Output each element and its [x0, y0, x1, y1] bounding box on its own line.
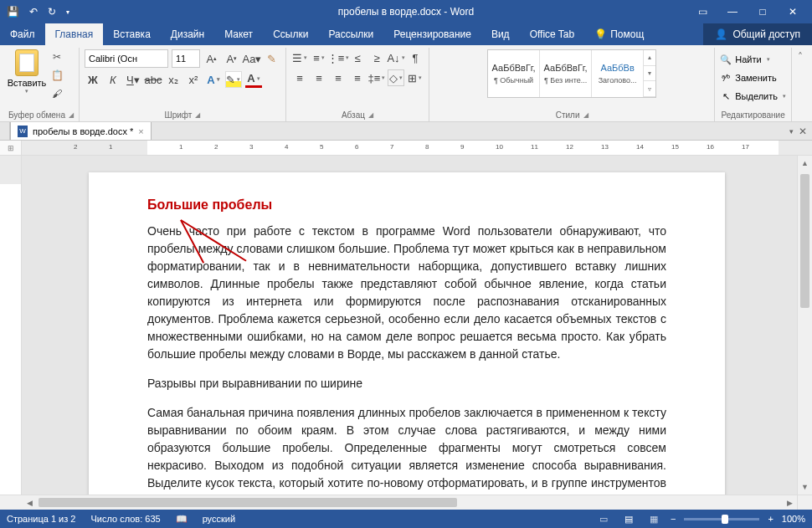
style-heading1[interactable]: АаБбВв Заголово...: [592, 50, 644, 97]
save-icon[interactable]: 💾: [7, 6, 19, 18]
tab-officetab[interactable]: Office Tab: [520, 23, 585, 45]
font-dialog-launcher[interactable]: ◢: [195, 111, 200, 119]
horizontal-scrollbar[interactable]: ◀ ▶: [22, 495, 797, 510]
tab-close-icon[interactable]: ×: [138, 126, 143, 136]
text-effects-button[interactable]: A: [205, 71, 222, 88]
bullets-button[interactable]: ☰: [291, 49, 308, 66]
tab-view[interactable]: Вид: [481, 23, 520, 45]
group-editing: 🔍Найти▾ ᵃ⁄ᵇЗаменить ↖Выделить▾ Редактиро…: [715, 48, 792, 121]
read-mode-icon[interactable]: ▭: [595, 512, 612, 525]
zoom-level[interactable]: 100%: [782, 514, 805, 524]
font-size-input[interactable]: [172, 49, 200, 68]
bold-button[interactable]: Ж: [85, 71, 101, 88]
document-tab[interactable]: W пробелы в ворде.docx * ×: [10, 122, 152, 140]
clipboard-dialog-launcher[interactable]: ◢: [69, 111, 74, 119]
annotation-heading: Большие пробелы: [147, 197, 666, 213]
paragraph: Самая банальная причина появления длинны…: [147, 404, 666, 495]
scroll-down-icon[interactable]: ▼: [798, 479, 812, 495]
font-color-button[interactable]: A: [245, 71, 262, 88]
scroll-right-icon[interactable]: ▶: [782, 499, 797, 507]
justify-button[interactable]: ≡: [349, 69, 366, 86]
tell-me[interactable]: 💡Помощ: [584, 23, 654, 45]
copy-icon[interactable]: 📋: [49, 68, 65, 83]
word-count[interactable]: Число слов: 635: [90, 514, 160, 524]
clear-formatting-icon[interactable]: ✎: [264, 50, 280, 67]
style-preview: АаБбВвГг,: [492, 63, 536, 73]
italic-button[interactable]: К: [105, 71, 121, 88]
find-button[interactable]: 🔍Найти▾: [720, 51, 769, 68]
maximize-icon[interactable]: □: [755, 6, 770, 18]
highlight-button[interactable]: ✎: [225, 71, 242, 88]
collapse-ribbon-icon[interactable]: ˄: [792, 48, 809, 121]
subscript-button[interactable]: x₂: [165, 71, 182, 88]
paragraph-dialog-launcher[interactable]: ◢: [368, 111, 373, 119]
scroll-up-icon[interactable]: ▲: [798, 156, 812, 171]
select-button[interactable]: ↖Выделить▾: [720, 88, 786, 105]
redo-icon[interactable]: ↻: [48, 6, 56, 18]
styles-dialog-launcher[interactable]: ◢: [583, 111, 588, 119]
styles-more[interactable]: ▴▾▿: [644, 50, 655, 97]
ruler-corner[interactable]: ⊞: [0, 141, 22, 155]
document-area[interactable]: Большие пробелы Очень часто при работе с…: [22, 156, 797, 495]
close-icon[interactable]: ✕: [785, 6, 800, 18]
align-right-button[interactable]: ≡: [330, 69, 347, 86]
horizontal-ruler[interactable]: 123456789101112131415161712: [22, 141, 812, 155]
qat-more-icon[interactable]: ▾: [66, 8, 69, 16]
shading-button[interactable]: ◇: [388, 69, 404, 86]
grow-font-icon[interactable]: A▴: [203, 50, 220, 67]
change-case-icon[interactable]: Aa▾: [244, 50, 260, 67]
scroll-left-icon[interactable]: ◀: [22, 499, 37, 507]
tab-file[interactable]: Файл: [0, 23, 45, 45]
tabbar-close-icon[interactable]: ✕: [799, 126, 807, 137]
web-layout-icon[interactable]: ▦: [645, 512, 662, 525]
format-painter-icon[interactable]: 🖌: [49, 86, 65, 101]
zoom-in-icon[interactable]: +: [768, 514, 773, 524]
style-normal[interactable]: АаБбВвГг, ¶ Обычный: [488, 50, 540, 97]
underline-button[interactable]: Ч▾: [125, 71, 141, 88]
line-spacing-button[interactable]: ‡≡: [368, 69, 385, 86]
window-controls: ▭ — □ ✕: [695, 6, 812, 18]
styles-gallery[interactable]: АаБбВвГг, ¶ Обычный АаБбВвГг, ¶ Без инте…: [487, 49, 656, 98]
tab-insert[interactable]: Вставка: [103, 23, 161, 45]
font-name-input[interactable]: [85, 49, 168, 68]
numbering-button[interactable]: ≡: [311, 49, 327, 66]
replace-button[interactable]: ᵃ⁄ᵇЗаменить: [720, 69, 776, 86]
align-center-button[interactable]: ≡: [311, 69, 327, 86]
tab-references[interactable]: Ссылки: [263, 23, 318, 45]
scroll-thumb[interactable]: [39, 498, 457, 507]
zoom-slider[interactable]: [684, 518, 759, 520]
style-no-spacing[interactable]: АаБбВвГг, ¶ Без инте...: [540, 50, 592, 97]
minimize-icon[interactable]: —: [725, 6, 740, 18]
sort-button[interactable]: A↓: [388, 49, 404, 66]
quick-access-toolbar: 💾 ↶ ↻ ▾: [0, 6, 69, 18]
multilevel-button[interactable]: ⋮≡: [330, 49, 347, 66]
tab-home[interactable]: Главная: [45, 23, 104, 45]
tab-review[interactable]: Рецензирование: [383, 23, 481, 45]
spellcheck-icon[interactable]: 📖: [176, 514, 188, 525]
cut-icon[interactable]: ✂: [49, 49, 65, 64]
vertical-ruler[interactable]: [0, 156, 22, 495]
print-layout-icon[interactable]: ▤: [620, 512, 637, 525]
increase-indent-button[interactable]: ≥: [368, 49, 385, 66]
strikethrough-button[interactable]: abc: [145, 71, 162, 88]
undo-icon[interactable]: ↶: [29, 6, 38, 18]
superscript-button[interactable]: x²: [185, 71, 202, 88]
zoom-out-icon[interactable]: −: [671, 514, 676, 524]
vertical-scrollbar[interactable]: ▲ ▼: [797, 156, 812, 495]
tab-design[interactable]: Дизайн: [161, 23, 214, 45]
align-left-button[interactable]: ≡: [291, 69, 308, 86]
decrease-indent-button[interactable]: ≤: [349, 49, 366, 66]
page-status[interactable]: Страница 1 из 2: [7, 514, 75, 524]
shrink-font-icon[interactable]: A▾: [224, 50, 240, 67]
tabbar-dropdown-icon[interactable]: ▾: [789, 127, 794, 136]
scroll-thumb[interactable]: [800, 174, 809, 308]
language-status[interactable]: русский: [203, 514, 235, 524]
share-label: Общий доступ: [732, 28, 800, 40]
show-marks-button[interactable]: ¶: [407, 49, 424, 66]
ribbon-display-icon[interactable]: ▭: [695, 6, 710, 18]
tab-layout[interactable]: Макет: [214, 23, 263, 45]
paste-button[interactable]: Вставить ▾: [8, 49, 45, 95]
tab-mailings[interactable]: Рассылки: [318, 23, 383, 45]
borders-button[interactable]: ⊞: [407, 69, 424, 86]
share-button[interactable]: 👤Общий доступ: [703, 23, 812, 45]
